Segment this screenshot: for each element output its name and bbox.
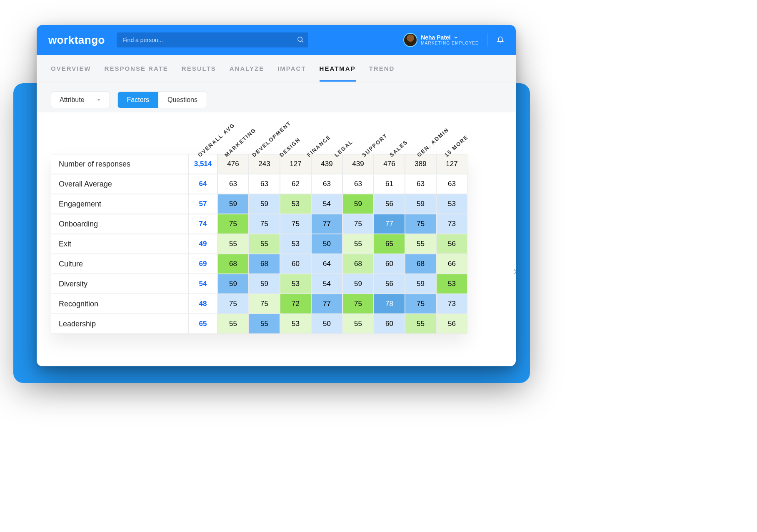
heat-cell[interactable]: 75 xyxy=(249,214,280,234)
heat-cell[interactable]: 439 xyxy=(311,154,342,174)
heat-cell[interactable]: 127 xyxy=(280,154,311,174)
heat-cell[interactable]: 62 xyxy=(280,174,311,194)
heat-cell[interactable]: 50 xyxy=(311,314,342,334)
heat-cell[interactable]: 75 xyxy=(249,294,280,314)
heat-cell[interactable]: 75 xyxy=(405,214,436,234)
tab-analyze[interactable]: ANALYZE xyxy=(230,56,264,82)
heat-cell[interactable]: 59 xyxy=(249,274,280,294)
heat-cell[interactable]: 59 xyxy=(405,274,436,294)
heat-cell[interactable]: 476 xyxy=(217,154,249,174)
heatmap-controls: Attribute Factors Questions xyxy=(37,82,516,112)
heat-cell[interactable]: 63 xyxy=(217,174,249,194)
heat-cell[interactable]: 72 xyxy=(280,294,311,314)
heat-cell[interactable]: 64 xyxy=(311,254,342,274)
scroll-right-button[interactable] xyxy=(511,266,516,279)
row-label: Exit xyxy=(51,234,188,254)
heat-cell[interactable]: 389 xyxy=(405,154,436,174)
heat-cell[interactable]: 53 xyxy=(280,194,311,214)
heat-cell[interactable]: 54 xyxy=(311,274,342,294)
heat-cell[interactable]: 63 xyxy=(342,174,374,194)
user-menu[interactable]: Neha Patel MARKETING EMPLOYEE xyxy=(404,34,479,46)
heat-cell[interactable]: 75 xyxy=(217,214,249,234)
heat-cell[interactable]: 55 xyxy=(249,314,280,334)
heat-cell[interactable]: 59 xyxy=(342,274,374,294)
heat-cell[interactable]: 56 xyxy=(436,234,467,254)
heat-cell[interactable]: 53 xyxy=(280,274,311,294)
heat-cell[interactable]: 63 xyxy=(405,174,436,194)
tab-heatmap[interactable]: HEATMAP xyxy=(320,56,356,82)
heat-cell[interactable]: 59 xyxy=(217,274,249,294)
bell-icon[interactable] xyxy=(497,36,504,44)
col-header: MARKETING xyxy=(223,127,257,158)
avatar xyxy=(404,34,417,46)
heat-cell[interactable]: 68 xyxy=(405,254,436,274)
heat-cell[interactable]: 65 xyxy=(374,234,405,254)
heat-cell[interactable]: 61 xyxy=(374,174,405,194)
heat-cell[interactable]: 63 xyxy=(436,174,467,194)
tab-trend[interactable]: TREND xyxy=(369,56,395,82)
tab-impact[interactable]: IMPACT xyxy=(277,56,306,82)
overall-cell: 64 xyxy=(188,174,217,194)
tab-overview[interactable]: OVERVIEW xyxy=(51,56,91,82)
heat-cell[interactable]: 55 xyxy=(342,234,374,254)
heat-cell[interactable]: 55 xyxy=(217,234,249,254)
heat-cell[interactable]: 439 xyxy=(342,154,374,174)
heat-cell[interactable]: 63 xyxy=(311,174,342,194)
heat-cell[interactable]: 60 xyxy=(280,254,311,274)
heat-cell[interactable]: 54 xyxy=(311,194,342,214)
heat-cell[interactable]: 56 xyxy=(436,314,467,334)
toggle-factors[interactable]: Factors xyxy=(118,92,158,108)
heat-cell[interactable]: 75 xyxy=(217,294,249,314)
heat-cell[interactable]: 59 xyxy=(249,194,280,214)
heat-cell[interactable]: 75 xyxy=(280,214,311,234)
heat-cell[interactable]: 68 xyxy=(342,254,374,274)
row-label: Number of responses xyxy=(51,154,188,174)
heat-cell[interactable]: 243 xyxy=(249,154,280,174)
heat-cell[interactable]: 127 xyxy=(436,154,467,174)
heat-cell[interactable]: 476 xyxy=(374,154,405,174)
heat-cell[interactable]: 53 xyxy=(436,274,467,294)
overall-cell: 57 xyxy=(188,194,217,214)
heat-cell[interactable]: 53 xyxy=(280,314,311,334)
heat-cell[interactable]: 78 xyxy=(374,294,405,314)
heat-cell[interactable]: 73 xyxy=(436,214,467,234)
heat-cell[interactable]: 55 xyxy=(405,234,436,254)
heat-cell[interactable]: 77 xyxy=(311,294,342,314)
heat-cell[interactable]: 77 xyxy=(311,214,342,234)
attribute-dropdown[interactable]: Attribute xyxy=(51,92,110,108)
heat-cell[interactable]: 59 xyxy=(342,194,374,214)
tab-response-rate[interactable]: RESPONSE RATE xyxy=(105,56,168,82)
tab-strip: OVERVIEWRESPONSE RATERESULTSANALYZEIMPAC… xyxy=(37,55,516,82)
heat-cell[interactable]: 59 xyxy=(217,194,249,214)
col-header: OVERALL AVG xyxy=(197,122,236,158)
heat-cell[interactable]: 56 xyxy=(374,194,405,214)
heat-cell[interactable]: 75 xyxy=(405,294,436,314)
heat-cell[interactable]: 55 xyxy=(342,314,374,334)
heat-cell[interactable]: 63 xyxy=(249,174,280,194)
heat-cell[interactable]: 77 xyxy=(374,214,405,234)
global-search[interactable] xyxy=(117,32,308,47)
heat-cell[interactable]: 53 xyxy=(280,234,311,254)
heat-cell[interactable]: 55 xyxy=(405,314,436,334)
toggle-questions[interactable]: Questions xyxy=(158,92,207,108)
heat-cell[interactable]: 59 xyxy=(405,194,436,214)
heat-cell[interactable]: 53 xyxy=(436,194,467,214)
row-label: Onboarding xyxy=(51,214,188,234)
heat-cell[interactable]: 55 xyxy=(217,314,249,334)
heat-cell[interactable]: 56 xyxy=(374,274,405,294)
search-icon xyxy=(297,36,304,45)
user-role: MARKETING EMPLOYEE xyxy=(421,41,479,45)
heat-cell[interactable]: 66 xyxy=(436,254,467,274)
heat-cell[interactable]: 60 xyxy=(374,314,405,334)
heat-cell[interactable]: 68 xyxy=(217,254,249,274)
tab-results[interactable]: RESULTS xyxy=(182,56,216,82)
heat-cell[interactable]: 68 xyxy=(249,254,280,274)
caret-down-icon xyxy=(96,97,101,102)
heat-cell[interactable]: 50 xyxy=(311,234,342,254)
heat-cell[interactable]: 60 xyxy=(374,254,405,274)
heat-cell[interactable]: 73 xyxy=(436,294,467,314)
heat-cell[interactable]: 75 xyxy=(342,214,374,234)
search-input[interactable] xyxy=(117,32,308,47)
heat-cell[interactable]: 75 xyxy=(342,294,374,314)
heat-cell[interactable]: 55 xyxy=(249,234,280,254)
